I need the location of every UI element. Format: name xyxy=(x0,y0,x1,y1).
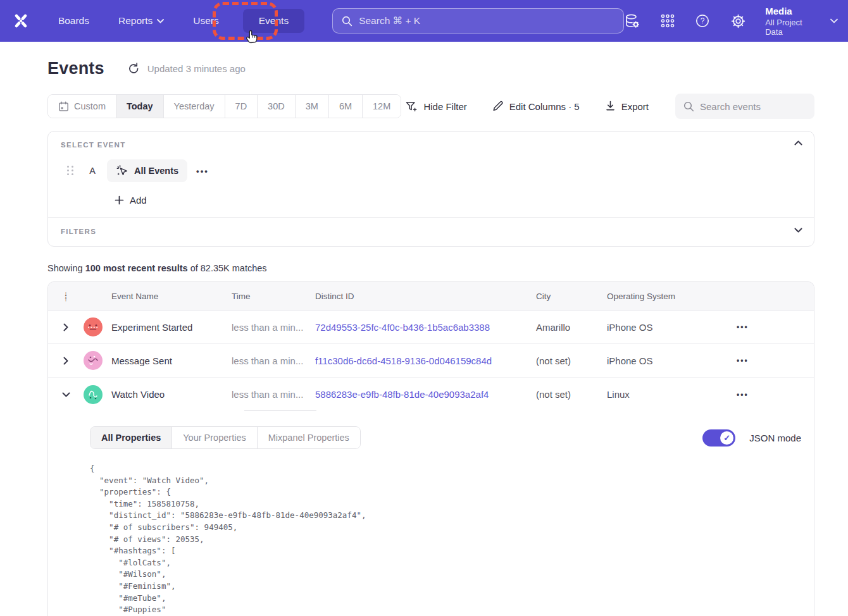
export-label: Export xyxy=(621,101,649,112)
calendar-icon xyxy=(58,101,69,112)
search-icon xyxy=(683,101,694,112)
date-range-control: Custom Today Yesterday 7D 30D 3M 6M 12M xyxy=(47,94,401,118)
json-mode-toggle[interactable]: ✓ xyxy=(702,429,735,447)
project-selector[interactable]: Media All Project Data xyxy=(765,5,838,37)
hide-filter-label: Hide Filter xyxy=(423,101,466,112)
apps-grid-icon[interactable] xyxy=(659,13,676,29)
pencil-icon xyxy=(492,101,504,112)
event-city: Amarillo xyxy=(536,322,607,333)
search-icon xyxy=(342,16,352,27)
json-mode-label: JSON mode xyxy=(749,433,801,443)
expand-row-button[interactable] xyxy=(48,323,84,331)
event-name: Watch Video xyxy=(111,389,232,400)
table-header-row: ↓↑ Event Name Time Distinct ID City Oper… xyxy=(48,282,814,311)
event-wand-cursor-icon xyxy=(116,164,128,177)
chevron-down-icon xyxy=(794,228,802,233)
settings-gear-icon[interactable] xyxy=(730,13,746,29)
mixpanel-logo-icon xyxy=(11,11,31,31)
edit-columns-button[interactable]: Edit Columns · 5 xyxy=(492,101,580,112)
search-events-input[interactable]: Search events xyxy=(675,94,814,119)
date-range-6m[interactable]: 6M xyxy=(329,95,363,118)
export-button[interactable]: Export xyxy=(605,101,649,112)
event-city: (not set) xyxy=(536,355,607,366)
global-search-input[interactable]: Search ⌘ + K xyxy=(332,8,623,34)
chevron-down-icon xyxy=(157,19,164,23)
page-title: Events xyxy=(47,59,104,78)
events-table: ↓↑ Event Name Time Distinct ID City Oper… xyxy=(47,281,814,616)
add-event-button[interactable]: Add xyxy=(115,195,801,206)
nav-item-events-label: Events xyxy=(259,15,289,27)
date-range-yesterday[interactable]: Yesterday xyxy=(164,95,225,118)
table-row-expanded[interactable]: Watch Video less than a min... 5886283e-… xyxy=(48,378,814,411)
distinct-id-link[interactable]: 72d49553-25fc-4f0c-b436-1b5ac6ab3388 xyxy=(315,322,536,333)
data-management-icon[interactable] xyxy=(624,13,640,29)
nav-item-reports[interactable]: Reports xyxy=(109,9,173,33)
chevron-down-icon xyxy=(830,18,838,23)
row-overflow-button[interactable]: ••• xyxy=(719,356,814,365)
column-header-event-name[interactable]: Event Name xyxy=(111,292,232,301)
tab-mixpanel-properties[interactable]: Mixpanel Properties xyxy=(258,427,360,448)
column-header-city[interactable]: City xyxy=(536,292,607,301)
collapse-section-button[interactable] xyxy=(794,140,802,145)
event-name: Message Sent xyxy=(111,355,232,366)
query-builder-card: SELECT EVENT A All Even xyxy=(47,131,814,247)
date-range-yesterday-label: Yesterday xyxy=(174,101,215,111)
help-icon[interactable]: ? xyxy=(694,13,711,29)
event-name: Experiment Started xyxy=(111,322,232,333)
date-range-custom[interactable]: Custom xyxy=(48,95,116,118)
mixpanel-logo[interactable] xyxy=(10,10,32,32)
event-time: less than a min... xyxy=(232,355,315,366)
nav-item-users[interactable]: Users xyxy=(184,9,227,33)
date-range-today[interactable]: Today xyxy=(116,95,164,118)
nav-item-events[interactable]: Events xyxy=(243,9,304,33)
event-time: less than a min... xyxy=(232,389,315,400)
edit-columns-label: Edit Columns · 5 xyxy=(509,101,580,112)
tab-your-properties[interactable]: Your Properties xyxy=(172,427,257,448)
download-icon xyxy=(605,101,616,112)
event-selector-button[interactable]: All Events xyxy=(107,159,187,182)
project-name: Media xyxy=(765,5,821,18)
expand-filters-button[interactable] xyxy=(794,228,802,233)
chevron-right-icon xyxy=(63,323,68,331)
row-overflow-button[interactable]: ••• xyxy=(719,390,814,399)
event-os: iPhone OS xyxy=(607,322,719,333)
column-header-time[interactable]: Time xyxy=(232,292,315,301)
sort-order-icon[interactable]: ↓↑ xyxy=(48,291,84,301)
row-overflow-button[interactable]: ••• xyxy=(719,323,814,331)
tab-all-properties-label: All Properties xyxy=(101,433,161,443)
nav-item-users-label: Users xyxy=(193,15,218,27)
date-range-3m[interactable]: 3M xyxy=(296,95,329,118)
expand-row-button[interactable] xyxy=(48,357,84,365)
properties-tabs: All Properties Your Properties Mixpanel … xyxy=(90,426,361,449)
plus-icon xyxy=(115,195,124,205)
distinct-id-link[interactable]: f11c30d6-dc6d-4518-9136-0d046159c84d xyxy=(315,355,536,366)
date-range-custom-label: Custom xyxy=(74,101,106,111)
table-row[interactable]: Experiment Started less than a min... 72… xyxy=(48,311,814,344)
date-range-3m-label: 3M xyxy=(306,101,318,111)
refresh-button[interactable] xyxy=(128,63,140,75)
drag-handle[interactable] xyxy=(67,166,74,176)
collapse-row-button[interactable] xyxy=(48,392,84,397)
event-avatar xyxy=(84,351,103,370)
nav-item-reports-label: Reports xyxy=(118,15,153,27)
event-os: Linux xyxy=(607,389,719,400)
table-row[interactable]: Message Sent less than a min... f11c30d6… xyxy=(48,344,814,378)
date-range-30d[interactable]: 30D xyxy=(258,95,296,118)
distinct-id-link[interactable]: 5886283e-e9fb-48fb-81de-40e9093a2af4 xyxy=(315,389,536,400)
global-search-placeholder: Search ⌘ + K xyxy=(359,15,420,27)
nav-item-boards[interactable]: Boards xyxy=(49,9,98,33)
time-cell-underline xyxy=(244,410,316,411)
hide-filter-button[interactable]: Hide Filter xyxy=(406,101,466,112)
event-os: iPhone OS xyxy=(607,355,719,366)
date-range-12m[interactable]: 12M xyxy=(363,95,401,118)
filters-section[interactable]: FILTERS xyxy=(48,217,814,246)
updated-status: Updated 3 minutes ago xyxy=(147,63,246,74)
column-header-os[interactable]: Operating System xyxy=(607,292,719,301)
event-selector-label: All Events xyxy=(134,166,178,176)
filter-funnel-icon xyxy=(406,101,418,112)
tab-your-properties-label: Your Properties xyxy=(183,433,246,443)
column-header-distinct-id[interactable]: Distinct ID xyxy=(315,292,536,301)
tab-all-properties[interactable]: All Properties xyxy=(90,427,172,448)
date-range-7d[interactable]: 7D xyxy=(225,95,258,118)
event-more-button[interactable]: ••• xyxy=(196,166,209,176)
